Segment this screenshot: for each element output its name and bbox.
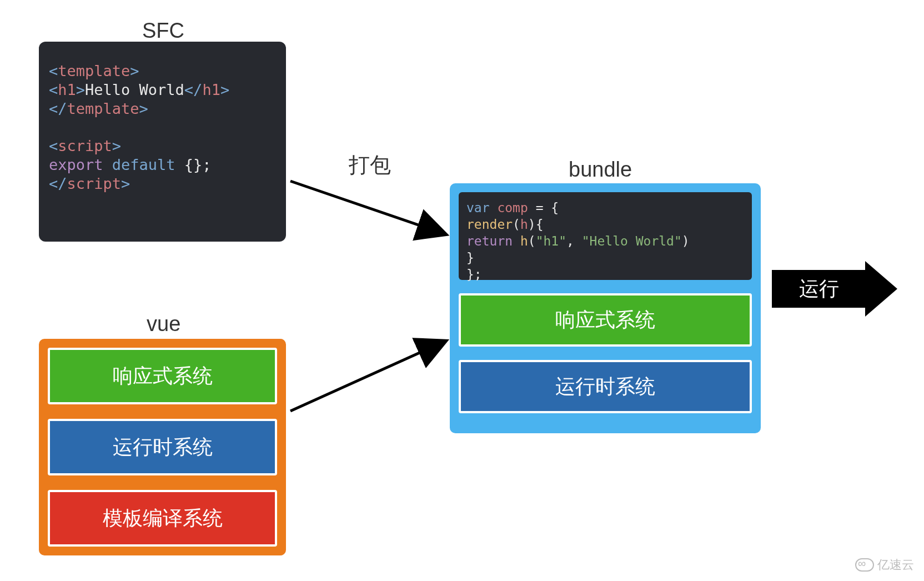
watermark-text: 亿速云	[877, 557, 914, 573]
code-token: >	[112, 137, 121, 154]
code-token: h1	[58, 81, 76, 98]
code-token: default	[112, 156, 184, 173]
code-token: };	[466, 267, 482, 282]
vue-container: 响应式系统 运行时系统 模板编译系统	[39, 339, 286, 555]
vue-compiler-box: 模板编译系统	[48, 490, 277, 547]
vue-runtime-box: 运行时系统	[48, 419, 277, 475]
code-token: >	[220, 81, 229, 98]
code-token	[513, 234, 520, 248]
sfc-title-label: SFC	[142, 19, 184, 43]
code-token: </	[49, 100, 67, 117]
code-token: Hello World	[85, 81, 184, 98]
code-token: >	[121, 175, 130, 192]
run-arrow: 运行	[772, 261, 902, 317]
run-arrow-label: 运行	[772, 270, 866, 308]
bundle-code-block: var comp = { render(h){ return h("h1", "…	[459, 192, 752, 280]
sfc-code-block: <template> <h1>Hello World</h1> </templa…	[39, 42, 286, 242]
code-token: ){	[528, 217, 544, 232]
watermark-icon	[855, 558, 874, 572]
code-token: >	[76, 81, 85, 98]
code-token: script	[67, 175, 122, 192]
code-token: ,	[566, 234, 582, 248]
bundle-reactive-box: 响应式系统	[459, 293, 752, 347]
code-token: >	[130, 62, 139, 79]
code-token: (	[513, 217, 520, 232]
code-token: h	[520, 217, 528, 232]
code-token: <	[49, 62, 58, 79]
code-token: template	[67, 100, 139, 117]
code-token: >	[139, 100, 148, 117]
code-token: export	[49, 156, 112, 173]
code-token: )	[682, 234, 690, 248]
vue-reactive-box: 响应式系统	[48, 348, 277, 404]
code-token: h1	[202, 81, 220, 98]
code-token: "h1"	[536, 234, 566, 248]
code-token: comp	[490, 201, 536, 215]
code-token: }	[466, 251, 474, 265]
bundle-runtime-box: 运行时系统	[459, 360, 752, 413]
code-token: (	[528, 234, 536, 248]
bundle-container: var comp = { render(h){ return h("h1", "…	[450, 183, 761, 433]
code-token: = {	[536, 201, 559, 215]
code-token: var	[466, 201, 490, 215]
code-token: script	[58, 137, 112, 154]
arrow-vue-to-bundle	[288, 333, 454, 417]
arrow-sfc-to-bundle	[288, 176, 454, 248]
vue-title-label: vue	[147, 312, 180, 336]
code-token: template	[58, 62, 130, 79]
code-token: <	[49, 81, 58, 98]
code-token: h	[520, 234, 528, 248]
code-token: {};	[184, 156, 212, 173]
code-token: "Hello World"	[582, 234, 682, 248]
arrow-head-icon	[865, 261, 897, 317]
code-token: </	[184, 81, 203, 98]
code-token: </	[49, 175, 67, 192]
code-token: render	[466, 217, 513, 232]
code-token: return	[466, 234, 513, 248]
watermark: 亿速云	[855, 557, 914, 573]
code-token: <	[49, 137, 58, 154]
bundle-title-label: bundle	[569, 158, 632, 182]
